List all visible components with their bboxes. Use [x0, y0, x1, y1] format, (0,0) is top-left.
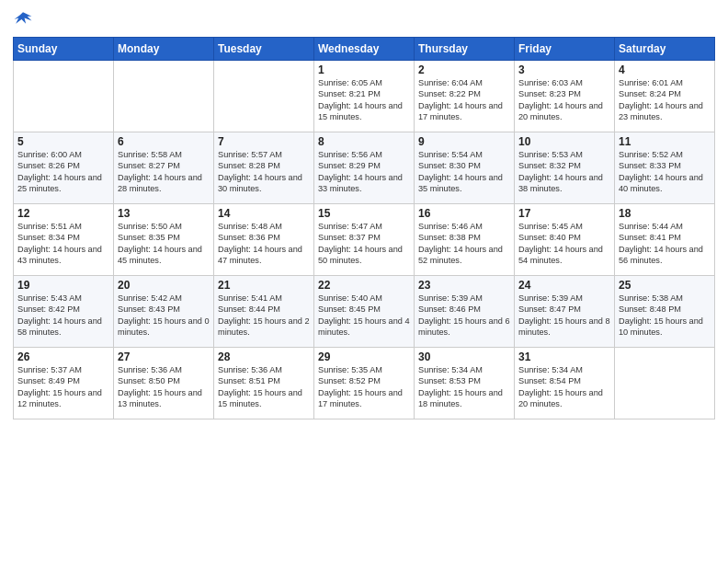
day-info: Sunrise: 5:54 AM Sunset: 8:30 PM Dayligh… [418, 149, 510, 195]
calendar-cell: 31Sunrise: 5:34 AM Sunset: 8:54 PM Dayli… [515, 348, 615, 419]
day-number: 8 [318, 135, 410, 148]
weekday-header-monday: Monday [114, 38, 214, 61]
day-info: Sunrise: 5:40 AM Sunset: 8:45 PM Dayligh… [318, 293, 410, 339]
day-number: 24 [518, 279, 610, 292]
calendar-week-1: 1Sunrise: 6:05 AM Sunset: 8:21 PM Daylig… [14, 61, 715, 132]
calendar-cell: 8Sunrise: 5:56 AM Sunset: 8:29 PM Daylig… [314, 132, 415, 204]
calendar-cell: 26Sunrise: 5:37 AM Sunset: 8:49 PM Dayli… [14, 348, 114, 419]
calendar-cell: 18Sunrise: 5:44 AM Sunset: 8:41 PM Dayli… [615, 204, 715, 276]
day-number: 17 [518, 207, 610, 220]
svg-marker-0 [15, 12, 32, 24]
day-info: Sunrise: 6:01 AM Sunset: 8:24 PM Dayligh… [619, 77, 711, 123]
day-number: 3 [518, 63, 610, 76]
day-number: 5 [17, 135, 109, 148]
calendar-cell: 16Sunrise: 5:46 AM Sunset: 8:38 PM Dayli… [415, 204, 515, 276]
day-info: Sunrise: 6:00 AM Sunset: 8:26 PM Dayligh… [17, 149, 109, 195]
calendar-cell: 15Sunrise: 5:47 AM Sunset: 8:37 PM Dayli… [314, 204, 415, 276]
day-info: Sunrise: 5:47 AM Sunset: 8:37 PM Dayligh… [318, 221, 410, 267]
page: SundayMondayTuesdayWednesdayThursdayFrid… [0, 0, 728, 563]
calendar-cell [214, 61, 314, 132]
day-info: Sunrise: 6:04 AM Sunset: 8:22 PM Dayligh… [418, 77, 510, 123]
day-info: Sunrise: 5:34 AM Sunset: 8:53 PM Dayligh… [418, 364, 510, 410]
day-info: Sunrise: 5:41 AM Sunset: 8:44 PM Dayligh… [218, 293, 310, 339]
calendar-cell: 1Sunrise: 6:05 AM Sunset: 8:21 PM Daylig… [314, 61, 415, 132]
day-number: 28 [218, 350, 310, 363]
day-info: Sunrise: 5:51 AM Sunset: 8:34 PM Dayligh… [17, 221, 109, 267]
calendar-cell: 3Sunrise: 6:03 AM Sunset: 8:23 PM Daylig… [515, 61, 615, 132]
day-info: Sunrise: 5:34 AM Sunset: 8:54 PM Dayligh… [518, 364, 610, 410]
calendar-week-5: 26Sunrise: 5:37 AM Sunset: 8:49 PM Dayli… [14, 348, 715, 419]
day-info: Sunrise: 5:57 AM Sunset: 8:28 PM Dayligh… [218, 149, 310, 195]
calendar-cell: 27Sunrise: 5:36 AM Sunset: 8:50 PM Dayli… [114, 348, 214, 419]
calendar-cell: 25Sunrise: 5:38 AM Sunset: 8:48 PM Dayli… [615, 276, 715, 348]
day-number: 21 [218, 279, 310, 292]
calendar-cell: 22Sunrise: 5:40 AM Sunset: 8:45 PM Dayli… [314, 276, 415, 348]
day-info: Sunrise: 5:58 AM Sunset: 8:27 PM Dayligh… [118, 149, 210, 195]
calendar-cell: 9Sunrise: 5:54 AM Sunset: 8:30 PM Daylig… [415, 132, 515, 204]
day-info: Sunrise: 5:56 AM Sunset: 8:29 PM Dayligh… [318, 149, 410, 195]
day-number: 13 [118, 207, 210, 220]
day-info: Sunrise: 6:05 AM Sunset: 8:21 PM Dayligh… [318, 77, 410, 123]
weekday-header-tuesday: Tuesday [214, 38, 314, 61]
day-info: Sunrise: 5:53 AM Sunset: 8:32 PM Dayligh… [518, 149, 610, 195]
day-number: 20 [118, 279, 210, 292]
calendar-cell: 6Sunrise: 5:58 AM Sunset: 8:27 PM Daylig… [114, 132, 214, 204]
calendar-cell: 13Sunrise: 5:50 AM Sunset: 8:35 PM Dayli… [114, 204, 214, 276]
calendar-cell: 7Sunrise: 5:57 AM Sunset: 8:28 PM Daylig… [214, 132, 314, 204]
day-number: 6 [118, 135, 210, 148]
calendar-cell: 24Sunrise: 5:39 AM Sunset: 8:47 PM Dayli… [515, 276, 615, 348]
weekday-header-thursday: Thursday [415, 38, 515, 61]
calendar-cell [14, 61, 114, 132]
weekday-header-wednesday: Wednesday [314, 38, 415, 61]
calendar-cell: 2Sunrise: 6:04 AM Sunset: 8:22 PM Daylig… [415, 61, 515, 132]
calendar-cell: 30Sunrise: 5:34 AM Sunset: 8:53 PM Dayli… [415, 348, 515, 419]
calendar-cell [615, 348, 715, 419]
day-info: Sunrise: 5:46 AM Sunset: 8:38 PM Dayligh… [418, 221, 510, 267]
day-number: 12 [17, 207, 109, 220]
day-info: Sunrise: 5:35 AM Sunset: 8:52 PM Dayligh… [318, 364, 410, 410]
day-number: 23 [418, 279, 510, 292]
day-number: 29 [318, 350, 410, 363]
day-info: Sunrise: 5:36 AM Sunset: 8:51 PM Dayligh… [218, 364, 310, 410]
day-number: 2 [418, 63, 510, 76]
day-number: 9 [418, 135, 510, 148]
day-number: 4 [619, 63, 711, 76]
calendar-cell: 14Sunrise: 5:48 AM Sunset: 8:36 PM Dayli… [214, 204, 314, 276]
calendar-cell: 20Sunrise: 5:42 AM Sunset: 8:43 PM Dayli… [114, 276, 214, 348]
day-info: Sunrise: 5:38 AM Sunset: 8:48 PM Dayligh… [619, 293, 711, 339]
day-info: Sunrise: 5:42 AM Sunset: 8:43 PM Dayligh… [118, 293, 210, 339]
calendar: SundayMondayTuesdayWednesdayThursdayFrid… [13, 37, 715, 419]
day-number: 31 [518, 350, 610, 363]
weekday-header-sunday: Sunday [14, 38, 114, 61]
day-number: 18 [619, 207, 711, 220]
calendar-cell: 28Sunrise: 5:36 AM Sunset: 8:51 PM Dayli… [214, 348, 314, 419]
calendar-week-3: 12Sunrise: 5:51 AM Sunset: 8:34 PM Dayli… [14, 204, 715, 276]
day-info: Sunrise: 5:50 AM Sunset: 8:35 PM Dayligh… [118, 221, 210, 267]
day-number: 10 [518, 135, 610, 148]
logo-icon [13, 9, 33, 29]
day-number: 19 [17, 279, 109, 292]
day-info: Sunrise: 5:43 AM Sunset: 8:42 PM Dayligh… [17, 293, 109, 339]
calendar-cell: 11Sunrise: 5:52 AM Sunset: 8:33 PM Dayli… [615, 132, 715, 204]
day-number: 16 [418, 207, 510, 220]
day-info: Sunrise: 5:39 AM Sunset: 8:47 PM Dayligh… [518, 293, 610, 339]
weekday-header-friday: Friday [515, 38, 615, 61]
day-info: Sunrise: 5:44 AM Sunset: 8:41 PM Dayligh… [619, 221, 711, 267]
calendar-cell: 23Sunrise: 5:39 AM Sunset: 8:46 PM Dayli… [415, 276, 515, 348]
calendar-week-2: 5Sunrise: 6:00 AM Sunset: 8:26 PM Daylig… [14, 132, 715, 204]
day-number: 22 [318, 279, 410, 292]
calendar-cell: 19Sunrise: 5:43 AM Sunset: 8:42 PM Dayli… [14, 276, 114, 348]
day-number: 30 [418, 350, 510, 363]
calendar-cell: 5Sunrise: 6:00 AM Sunset: 8:26 PM Daylig… [14, 132, 114, 204]
calendar-cell: 17Sunrise: 5:45 AM Sunset: 8:40 PM Dayli… [515, 204, 615, 276]
weekday-header-saturday: Saturday [615, 38, 715, 61]
day-number: 26 [17, 350, 109, 363]
logo [13, 9, 35, 29]
day-info: Sunrise: 5:48 AM Sunset: 8:36 PM Dayligh… [218, 221, 310, 267]
calendar-cell: 10Sunrise: 5:53 AM Sunset: 8:32 PM Dayli… [515, 132, 615, 204]
day-number: 7 [218, 135, 310, 148]
day-number: 1 [318, 63, 410, 76]
calendar-cell: 29Sunrise: 5:35 AM Sunset: 8:52 PM Dayli… [314, 348, 415, 419]
calendar-cell [114, 61, 214, 132]
day-number: 11 [619, 135, 711, 148]
